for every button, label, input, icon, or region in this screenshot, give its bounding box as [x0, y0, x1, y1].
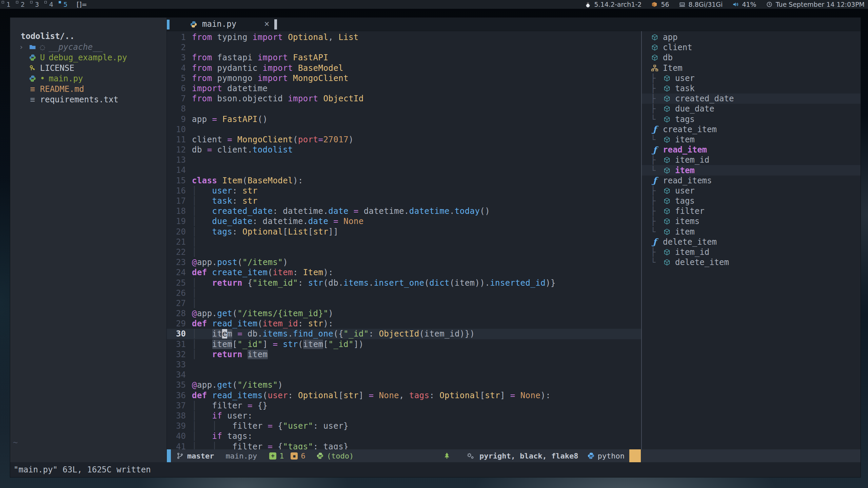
symbol-read_items[interactable]: ƒread_items: [642, 176, 861, 186]
code-line-9[interactable]: 9app = FastAPI(): [167, 114, 641, 124]
file-name[interactable]: main.py: [48, 74, 83, 83]
symbol-items[interactable]: ├items: [642, 216, 861, 226]
code-line-1[interactable]: 1from typing import Optional, List: [167, 32, 641, 42]
symbol-filter[interactable]: ├filter: [642, 206, 861, 216]
symbol-due_date[interactable]: ├due_date: [642, 104, 861, 114]
code-line-37[interactable]: 37│ filter = {}: [167, 401, 641, 411]
symbol-task[interactable]: ├task: [642, 83, 861, 94]
code-buffer[interactable]: 1from typing import Optional, List23from…: [167, 31, 641, 449]
file-name[interactable]: __pycache__: [48, 42, 102, 52]
code-line-40[interactable]: 40│ if tags:: [167, 431, 641, 441]
code-line-11[interactable]: 11client = MongoClient(port=27017): [167, 135, 641, 145]
workspace-tag-2[interactable]: 2: [14, 0, 28, 9]
code-line-21[interactable]: 21│: [167, 237, 641, 247]
symbol-delete_item[interactable]: ƒdelete_item: [642, 237, 861, 247]
symbol-delete_item[interactable]: └delete_item: [642, 257, 861, 267]
code-line-18[interactable]: 18│ created_date: datetime.date = dateti…: [167, 206, 641, 216]
symbol-Item[interactable]: Item: [642, 63, 861, 73]
symbol-read_item[interactable]: ƒread_item: [642, 145, 861, 155]
tree-guide: ├: [651, 217, 659, 226]
variable-cube-icon: [663, 95, 671, 103]
symbol-name: user: [675, 74, 695, 83]
code-line-36[interactable]: 36def read_items(user: Optional[str] = N…: [167, 390, 641, 401]
code-line-3[interactable]: 3from fastapi import FastAPI: [167, 53, 641, 63]
code-line-22[interactable]: 22│: [167, 247, 641, 257]
chevron-right-icon[interactable]: ›: [19, 43, 23, 51]
workspace-tag-4[interactable]: 4: [43, 0, 57, 9]
workspace-tag-3[interactable]: 3: [28, 0, 43, 9]
symbol-item[interactable]: └item: [642, 165, 861, 175]
package-icon: [651, 1, 658, 8]
symbol-item[interactable]: └item: [642, 227, 861, 237]
command-line[interactable]: "main.py" 63L, 1625C written: [10, 462, 861, 477]
code-line-39[interactable]: 39│ │ filter = {"user": user}: [167, 421, 641, 431]
code-line-28[interactable]: 28@app.get("/items/{item_id}"): [167, 308, 641, 319]
symbol-item_id[interactable]: ├item_id: [642, 155, 861, 165]
workspace-tag-5[interactable]: 5: [57, 0, 71, 9]
function-icon: ƒ: [651, 146, 659, 154]
code-line-27[interactable]: 27│: [167, 298, 641, 308]
code-line-31[interactable]: 31│ item["_id"] = str(item["_id"]): [167, 339, 641, 349]
code-line-33[interactable]: 33: [167, 360, 641, 370]
code-line-8[interactable]: 8: [167, 104, 641, 114]
code-line-32[interactable]: 32│ return item: [167, 349, 641, 360]
code-line-4[interactable]: 4from pydantic import BaseModel: [167, 63, 641, 73]
code-line-10[interactable]: 10: [167, 124, 641, 135]
code-line-14[interactable]: 14: [167, 165, 641, 175]
file-name[interactable]: debug_example.py: [48, 53, 127, 62]
code-line-12[interactable]: 12db = client.todolist: [167, 145, 641, 155]
tree-item-__pycache__[interactable]: ›◌__pycache__: [10, 42, 166, 52]
symbol-tags[interactable]: ├tags: [642, 196, 861, 206]
code-line-19[interactable]: 19│ due_date: datetime.date = None: [167, 216, 641, 226]
symbol-db[interactable]: db: [642, 53, 861, 63]
symbol-item[interactable]: └item: [642, 135, 861, 145]
tree-item-requirements.txt[interactable]: ≡requirements.txt: [10, 94, 166, 105]
file-name[interactable]: README.md: [40, 84, 84, 94]
line-content: def create_item(item: Item):: [192, 267, 333, 278]
line-content: def read_item(item_id: str):: [192, 319, 333, 329]
file-name[interactable]: LICENSE: [40, 63, 74, 73]
tree-item-debug_example.py[interactable]: Udebug_example.py: [10, 52, 166, 63]
line-number: 19: [167, 216, 192, 226]
symbol-item_id[interactable]: ├item_id: [642, 247, 861, 257]
symbol-create_item[interactable]: ƒcreate_item: [642, 124, 861, 135]
tab-main-py[interactable]: main.py: [202, 19, 236, 29]
code-line-5[interactable]: 5from pymongo import MongoClient: [167, 73, 641, 83]
symbol-user[interactable]: ├user: [642, 186, 861, 196]
line-number: 4: [167, 63, 192, 73]
code-line-20[interactable]: 20│ tags: Optional[List[str]]: [167, 227, 641, 237]
tag-square-icon: [30, 1, 33, 3]
symbol-name: created_date: [675, 94, 734, 103]
symbol-app[interactable]: app: [642, 32, 861, 42]
code-line-23[interactable]: 23@app.post("/items"): [167, 257, 641, 267]
list-icon: ≡: [29, 96, 36, 103]
code-line-34[interactable]: 34: [167, 370, 641, 380]
tree-item-LICENSE[interactable]: LICENSE: [10, 63, 166, 73]
code-line-35[interactable]: 35@app.get("/items"): [167, 380, 641, 390]
tree-item-README.md[interactable]: ≡README.md: [10, 84, 166, 94]
code-line-2[interactable]: 2: [167, 42, 641, 53]
code-line-26[interactable]: 26│: [167, 288, 641, 298]
code-line-15[interactable]: 15class Item(BaseModel):: [167, 176, 641, 186]
code-line-13[interactable]: 13: [167, 155, 641, 165]
code-line-38[interactable]: 38│ if user:: [167, 411, 641, 421]
tab-close-icon[interactable]: ×: [264, 19, 270, 29]
file-explorer-root[interactable]: todolist/..: [10, 31, 166, 42]
file-name[interactable]: requirements.txt: [40, 95, 118, 104]
symbol-user[interactable]: ├user: [642, 73, 861, 83]
code-line-25[interactable]: 25│ return {"item_id": str(db.items.inse…: [167, 278, 641, 288]
code-line-7[interactable]: 7from bson.objectid import ObjectId: [167, 94, 641, 104]
tree-item-main.py[interactable]: •main.py: [10, 73, 166, 84]
workspace-tags: 12345: [0, 0, 71, 9]
code-line-17[interactable]: 17│ task: str: [167, 196, 641, 206]
line-content: │ task: str: [192, 196, 258, 206]
code-line-6[interactable]: 6import datetime: [167, 83, 641, 94]
symbol-client[interactable]: client: [642, 42, 861, 53]
code-line-29[interactable]: 29def read_item(item_id: str):: [167, 319, 641, 329]
symbol-created_date[interactable]: ├created_date: [642, 94, 861, 104]
code-line-30[interactable]: 30│ item = db.items.find_one({"_id": Obj…: [167, 329, 641, 339]
workspace-tag-1[interactable]: 1: [0, 0, 14, 9]
code-line-24[interactable]: 24def create_item(item: Item):: [167, 267, 641, 278]
code-line-16[interactable]: 16│ user: str: [167, 186, 641, 196]
symbol-tags[interactable]: └tags: [642, 114, 861, 124]
